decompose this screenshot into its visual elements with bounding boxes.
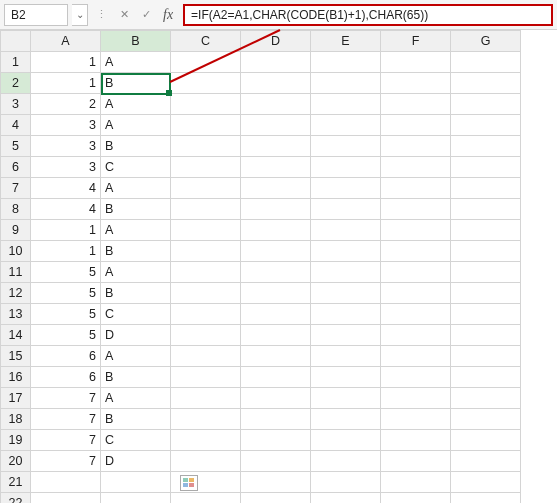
cell-B12[interactable]: B [101, 283, 171, 304]
cell-A6[interactable]: 3 [31, 157, 101, 178]
row-head-18[interactable]: 18 [1, 409, 31, 430]
row-head-1[interactable]: 1 [1, 52, 31, 73]
cell-D5[interactable] [241, 136, 311, 157]
cell-D11[interactable] [241, 262, 311, 283]
cell-E15[interactable] [311, 346, 381, 367]
formula-input[interactable]: =IF(A2=A1,CHAR(CODE(B1)+1),CHAR(65)) [183, 4, 553, 26]
name-box-dropdown[interactable]: ⌄ [72, 4, 88, 26]
row-head-5[interactable]: 5 [1, 136, 31, 157]
cell-G15[interactable] [451, 346, 521, 367]
cell-C13[interactable] [171, 304, 241, 325]
cell-E1[interactable] [311, 52, 381, 73]
cell-G17[interactable] [451, 388, 521, 409]
cell-G12[interactable] [451, 283, 521, 304]
cell-E19[interactable] [311, 430, 381, 451]
cell-B5[interactable]: B [101, 136, 171, 157]
cell-B20[interactable]: D [101, 451, 171, 472]
cell-B7[interactable]: A [101, 178, 171, 199]
cell-D13[interactable] [241, 304, 311, 325]
select-all-corner[interactable] [1, 31, 31, 52]
autofill-options-button[interactable] [180, 475, 198, 491]
cell-E4[interactable] [311, 115, 381, 136]
row-head-9[interactable]: 9 [1, 220, 31, 241]
cell-A18[interactable]: 7 [31, 409, 101, 430]
row-head-20[interactable]: 20 [1, 451, 31, 472]
cancel-formula-button[interactable]: ✕ [115, 4, 133, 26]
cell-F7[interactable] [381, 178, 451, 199]
cell-E14[interactable] [311, 325, 381, 346]
col-head-G[interactable]: G [451, 31, 521, 52]
cell-B17[interactable]: A [101, 388, 171, 409]
row-head-8[interactable]: 8 [1, 199, 31, 220]
cell-C14[interactable] [171, 325, 241, 346]
row-head-2[interactable]: 2 [1, 73, 31, 94]
cell-B16[interactable]: B [101, 367, 171, 388]
cell-A7[interactable]: 4 [31, 178, 101, 199]
col-head-B[interactable]: B [101, 31, 171, 52]
cell-C16[interactable] [171, 367, 241, 388]
row-head-7[interactable]: 7 [1, 178, 31, 199]
cell-C11[interactable] [171, 262, 241, 283]
cell-F14[interactable] [381, 325, 451, 346]
cell-B13[interactable]: C [101, 304, 171, 325]
row-head-12[interactable]: 12 [1, 283, 31, 304]
cell-D12[interactable] [241, 283, 311, 304]
cell-F5[interactable] [381, 136, 451, 157]
cell-F8[interactable] [381, 199, 451, 220]
cell-E12[interactable] [311, 283, 381, 304]
cell-D4[interactable] [241, 115, 311, 136]
cell-G18[interactable] [451, 409, 521, 430]
cell-G13[interactable] [451, 304, 521, 325]
cell-F21[interactable] [381, 472, 451, 493]
cell-E22[interactable] [311, 493, 381, 504]
cell-D16[interactable] [241, 367, 311, 388]
cell-B10[interactable]: B [101, 241, 171, 262]
row-head-17[interactable]: 17 [1, 388, 31, 409]
row-head-16[interactable]: 16 [1, 367, 31, 388]
row-head-3[interactable]: 3 [1, 94, 31, 115]
cell-A11[interactable]: 5 [31, 262, 101, 283]
cell-G6[interactable] [451, 157, 521, 178]
cell-A10[interactable]: 1 [31, 241, 101, 262]
row-head-21[interactable]: 21 [1, 472, 31, 493]
cell-C17[interactable] [171, 388, 241, 409]
cell-D1[interactable] [241, 52, 311, 73]
cell-G16[interactable] [451, 367, 521, 388]
row-head-4[interactable]: 4 [1, 115, 31, 136]
cell-D7[interactable] [241, 178, 311, 199]
cell-F6[interactable] [381, 157, 451, 178]
cell-A12[interactable]: 5 [31, 283, 101, 304]
cell-G10[interactable] [451, 241, 521, 262]
cell-C18[interactable] [171, 409, 241, 430]
cell-G20[interactable] [451, 451, 521, 472]
cell-G4[interactable] [451, 115, 521, 136]
row-head-10[interactable]: 10 [1, 241, 31, 262]
cell-D18[interactable] [241, 409, 311, 430]
cell-G9[interactable] [451, 220, 521, 241]
cell-E5[interactable] [311, 136, 381, 157]
cell-F4[interactable] [381, 115, 451, 136]
cell-E20[interactable] [311, 451, 381, 472]
cell-A15[interactable]: 6 [31, 346, 101, 367]
cell-D3[interactable] [241, 94, 311, 115]
cell-B6[interactable]: C [101, 157, 171, 178]
cell-D15[interactable] [241, 346, 311, 367]
cell-C8[interactable] [171, 199, 241, 220]
fx-icon[interactable]: fx [163, 7, 173, 23]
cell-D2[interactable] [241, 73, 311, 94]
cell-G3[interactable] [451, 94, 521, 115]
cell-F11[interactable] [381, 262, 451, 283]
cell-B15[interactable]: A [101, 346, 171, 367]
cell-C20[interactable] [171, 451, 241, 472]
cell-D20[interactable] [241, 451, 311, 472]
cell-E16[interactable] [311, 367, 381, 388]
cell-A5[interactable]: 3 [31, 136, 101, 157]
cell-C7[interactable] [171, 178, 241, 199]
cell-D17[interactable] [241, 388, 311, 409]
cell-E17[interactable] [311, 388, 381, 409]
cell-F15[interactable] [381, 346, 451, 367]
cell-C2[interactable] [171, 73, 241, 94]
cell-D10[interactable] [241, 241, 311, 262]
cell-E10[interactable] [311, 241, 381, 262]
cell-B18[interactable]: B [101, 409, 171, 430]
